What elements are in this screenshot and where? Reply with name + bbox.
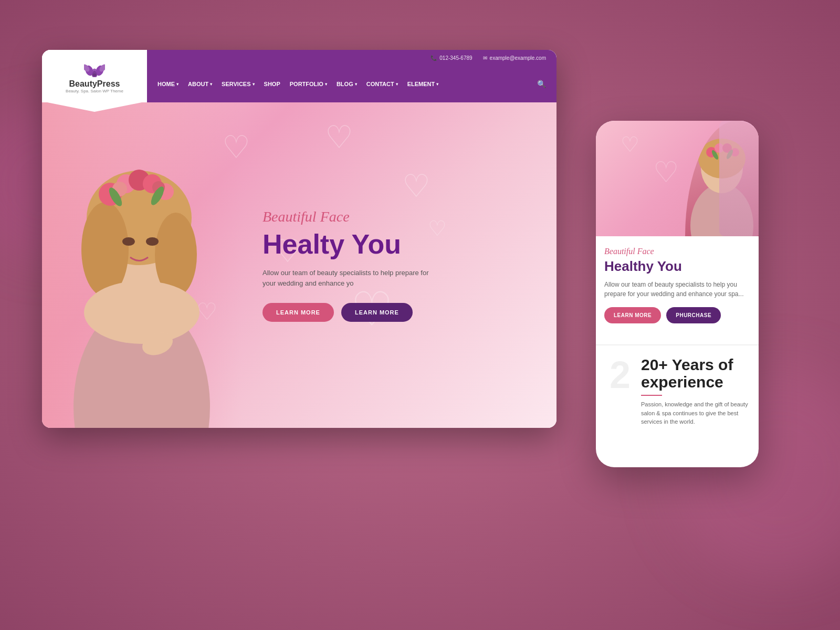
nav-services-label: SERVICES [222,81,250,87]
hero-learn-more-button[interactable]: LEARN MORE [262,303,334,322]
hero-buttons: LEARN MORE LEARN MORE [262,303,536,322]
stat-description: Passion, knowledge and the gift of beaut… [641,400,750,426]
svg-point-21 [146,237,159,246]
woman-svg [42,102,242,428]
svg-point-5 [92,74,97,77]
phone-learn-more-button[interactable]: LEARN MORE [604,307,661,323]
nav-home[interactable]: HOME ▾ [158,81,178,87]
nav-shop-label: SHOP [264,81,280,87]
hero-content: Beautiful Face Healty You Allow our team… [242,208,556,322]
phone-number: 012-345-6789 [439,55,472,61]
nav-contact[interactable]: CONTACT ▾ [366,81,398,87]
nav-contact-chevron: ▾ [396,82,398,87]
phone-title: Healthy You [604,258,750,275]
nav-element[interactable]: ELEMENT ▾ [407,81,439,87]
hero-section: ♡ ♡ ♡ ♡ ♡ ♡ ♡ [42,102,556,428]
phone-section-divider [596,344,759,345]
hero-learn-more-button-2[interactable]: LEARN MORE [341,303,413,322]
logo-lotus-icon [84,59,105,77]
search-button[interactable]: 🔍 [537,80,546,88]
heart-decoration: ♡ [325,119,353,155]
phone-script-text: Beautiful Face [604,247,750,256]
logo-subtitle: Beauty. Spa. Salon WP Theme [66,89,123,93]
phone-purchase-button[interactable]: PHURCHASE [666,307,721,323]
nav-portfolio-chevron: ▾ [325,82,327,87]
email-icon: ✉ [483,55,487,61]
hero-script-text: Beautiful Face [262,208,536,225]
phone-heart: ♡ [653,155,679,189]
nav-blog-chevron: ▾ [355,82,357,87]
hero-woman-image [42,102,242,428]
stat-block: 2 20+ Years of experience Passion, knowl… [604,356,750,426]
desktop-mockup: BeautyPress Beauty. Spa. Salon WP Theme … [42,50,556,428]
phone-buttons: LEARN MORE PHURCHASE [604,307,750,323]
nav-about-label: ABOUT [188,81,208,87]
nav-about-chevron: ▾ [210,82,212,87]
phone-icon: 📞 [430,55,437,61]
nav-element-chevron: ▾ [436,82,438,87]
svg-point-20 [122,237,135,246]
hero-title: Healty You [262,229,536,259]
site-header: BeautyPress Beauty. Spa. Salon WP Theme … [42,50,556,102]
svg-point-22 [84,281,200,344]
nav-services[interactable]: SERVICES ▾ [222,81,254,87]
nav-contact-label: CONTACT [366,81,394,87]
nav-services-chevron: ▾ [253,82,255,87]
nav-bar: HOME ▾ ABOUT ▾ SERVICES ▾ SHOP [147,66,556,102]
phone-flowers [719,121,759,236]
heart-decoration: ♡ [402,167,430,204]
nav-portfolio[interactable]: PORTFOLIO ▾ [290,81,327,87]
phone-heart: ♡ [621,132,639,156]
logo-title: BeautyPress [69,79,120,89]
nav-element-label: ELEMENT [407,81,435,87]
nav-home-chevron: ▾ [176,82,178,87]
email-address: example@example.com [490,55,546,61]
header-right: 📞 012-345-6789 ✉ example@example.com HOM… [147,50,556,102]
stat-number: 20+ Years of experience [641,356,750,391]
hero-description: Allow our team of beauty specialists to … [262,268,430,288]
stat-years: 20+ Years of [641,356,733,373]
nav-home-label: HOME [158,81,175,87]
nav-shop[interactable]: SHOP [264,81,280,87]
nav-blog-label: BLOG [337,81,353,87]
nav-portfolio-label: PORTFOLIO [290,81,323,87]
top-bar: 📞 012-345-6789 ✉ example@example.com [147,50,556,66]
phone-mockup: ♡ ♡ [596,121,759,467]
nav-blog[interactable]: BLOG ▾ [337,81,357,87]
stat-divider-line [641,395,662,396]
phone-stats-section: 2 20+ Years of experience Passion, knowl… [596,356,759,437]
svg-point-9 [81,202,129,297]
email-info: ✉ example@example.com [483,55,546,61]
phone-content-area: Beautiful Face Healthy You Allow our tea… [596,236,759,344]
phone-description: Allow our team of beauty specialists to … [604,280,750,299]
stat-experience: experience [641,373,723,391]
phone-hero-section: ♡ ♡ [596,121,759,236]
nav-about[interactable]: ABOUT ▾ [188,81,212,87]
logo-area: BeautyPress Beauty. Spa. Salon WP Theme [42,50,147,102]
phone-info: 📞 012-345-6789 [430,55,472,61]
